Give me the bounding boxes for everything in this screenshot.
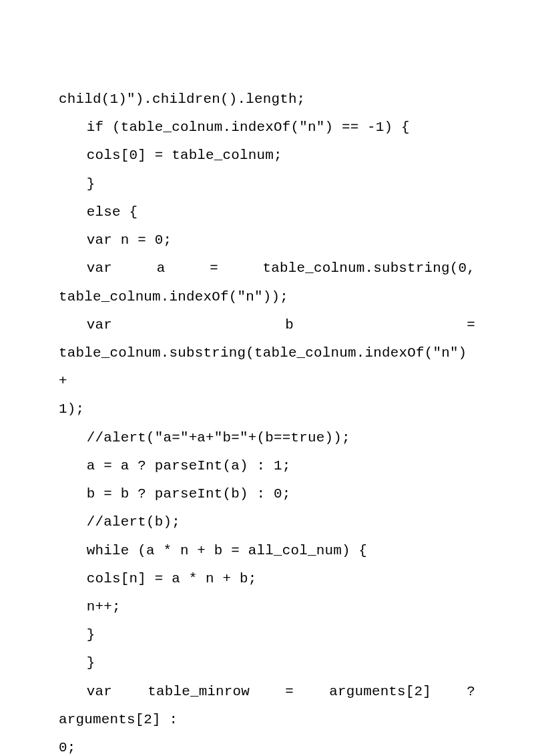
- code-line: cols[n] = a * n + b;: [59, 565, 475, 593]
- code-line: table_colnum.indexOf("n"));: [59, 283, 475, 311]
- code-line: var a = table_colnum.substring(0,: [59, 254, 475, 282]
- code-line: cols[0] = table_colnum;: [59, 142, 475, 170]
- code-line: var table_minrow = arguments[2] ? argume…: [59, 678, 475, 734]
- code-line: }: [59, 649, 475, 677]
- document-page: child(1)").children().length;if (table_c…: [0, 0, 534, 756]
- code-line: a = a ? parseInt(a) : 1;: [59, 452, 475, 480]
- code-line: if (table_colnum.indexOf("n") == -1) {: [59, 114, 475, 142]
- code-line: 1);: [59, 395, 475, 423]
- code-line: b = b ? parseInt(b) : 0;: [59, 480, 475, 508]
- code-line: }: [59, 170, 475, 198]
- code-line: child(1)").children().length;: [59, 85, 475, 114]
- code-line: //alert(b);: [59, 508, 475, 536]
- code-line: else {: [59, 198, 475, 226]
- code-line: while (a * n + b = all_col_num) {: [59, 537, 475, 565]
- code-line: }: [59, 621, 475, 649]
- code-block: child(1)").children().length;if (table_c…: [59, 85, 475, 756]
- code-line: n++;: [59, 593, 475, 621]
- code-line: var n = 0;: [59, 226, 475, 254]
- code-line: var b =: [59, 311, 475, 339]
- code-line: //alert("a="+a+"b="+(b==true));: [59, 424, 475, 452]
- code-line: table_colnum.substring(table_colnum.inde…: [59, 339, 475, 395]
- code-line: 0;: [59, 734, 475, 756]
